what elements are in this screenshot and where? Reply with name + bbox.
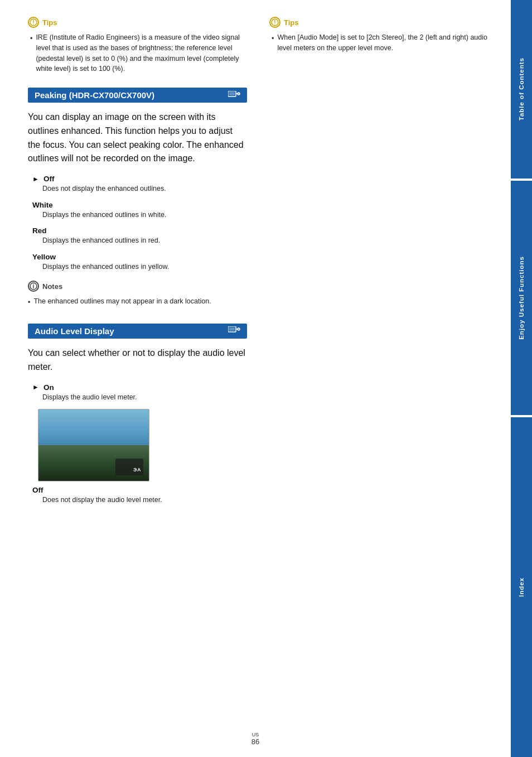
tips-icon-right: !: [269, 17, 280, 28]
tips-text-right: When [Audio Mode] is set to [2ch Stereo]…: [277, 32, 489, 54]
option-off-label: Off: [43, 175, 55, 183]
peaking-header: Peaking (HDR-CX700/CX700V): [28, 88, 247, 103]
toc-label: Table of Contents: [518, 57, 525, 120]
audio-option-off: Off Does not display the audio level met…: [28, 486, 247, 505]
audio-header: Audio Level Display: [28, 324, 247, 339]
peaking-icon: [228, 91, 240, 100]
tips-bullet-left: • IRE (Institute of Radio Engineers) is …: [30, 32, 247, 74]
audio-option-off-label: Off: [32, 486, 43, 494]
svg-rect-10: [229, 327, 235, 331]
enjoy-label: Enjoy Useful Functions: [518, 256, 525, 340]
option-white-label: White: [32, 201, 53, 209]
option-white: White Displays the enhanced outlines in …: [28, 201, 247, 220]
option-red: Red Displays the enhanced outlines in re…: [28, 226, 247, 246]
bullet-dot: •: [30, 33, 32, 74]
option-off: ► Off Does not display the enhanced outl…: [28, 175, 247, 194]
audio-icon: [228, 326, 240, 335]
option-yellow-desc: Displays the enhanced outlines in yellow…: [32, 262, 247, 272]
main-content: ! Tips • IRE (Institute of Radio Enginee…: [0, 0, 511, 757]
arrow-on: ►: [32, 383, 39, 391]
sidebar-tab-enjoy[interactable]: Enjoy Useful Functions: [511, 181, 532, 415]
tips-content-right: • When [Audio Mode] is set to [2ch Stere…: [269, 32, 489, 54]
tips-icon-left: !: [28, 17, 39, 28]
sidebar-tab-toc[interactable]: Table of Contents: [511, 0, 532, 179]
sidebar-tab-index[interactable]: Index: [511, 417, 532, 757]
tips-label-right: Tips: [284, 18, 299, 27]
svg-text:!: !: [32, 20, 34, 26]
audio-body: You can select whether or not to display…: [28, 346, 247, 374]
overlay-text: ЭА: [133, 467, 141, 473]
notes-bullet-dot: •: [28, 297, 30, 308]
option-red-desc: Displays the enhanced outlines in red.: [32, 236, 247, 246]
svg-text:!: !: [274, 20, 275, 26]
notes-bullet: • The enhanced outlines may not appear i…: [28, 296, 247, 308]
svg-point-6: [238, 93, 239, 94]
arrow-off: ►: [32, 175, 39, 183]
notes-label: Notes: [42, 282, 62, 291]
audio-option-off-desc: Does not display the audio level meter.: [32, 495, 247, 505]
page-num: 86: [252, 737, 259, 746]
tips-header-left: ! Tips: [28, 17, 247, 28]
notes-icon: i: [28, 281, 39, 292]
option-yellow-label: Yellow: [32, 253, 56, 261]
peaking-body: You can display an image on the screen w…: [28, 110, 247, 166]
tips-bullet-right: • When [Audio Mode] is set to [2ch Stere…: [272, 32, 489, 54]
tips-content-left: • IRE (Institute of Radio Engineers) is …: [28, 32, 247, 74]
tips-text-left: IRE (Institute of Radio Engineers) is a …: [36, 32, 247, 74]
option-off-desc: Does not display the enhanced outlines.: [32, 184, 247, 194]
tips-header-right: ! Tips: [269, 17, 489, 28]
option-white-desc: Displays the enhanced outlines in white.: [32, 210, 247, 220]
two-col-section: ! Tips • IRE (Institute of Radio Enginee…: [28, 17, 489, 512]
notes-text: The enhanced outlines may not appear in …: [33, 296, 211, 308]
option-white-title: White: [32, 201, 247, 209]
audio-option-on: ► On Displays the audio level meter.: [28, 383, 247, 403]
peaking-title: Peaking (HDR-CX700/CX700V): [35, 90, 154, 100]
option-off-title: ► Off: [32, 175, 247, 183]
peaking-section: Peaking (HDR-CX700/CX700V): [28, 88, 247, 308]
svg-rect-3: [229, 92, 235, 95]
bullet-dot-right: •: [272, 33, 274, 54]
left-column: ! Tips • IRE (Institute of Radio Enginee…: [28, 17, 247, 512]
svg-text:i: i: [33, 283, 35, 290]
audio-option-on-title: ► On: [32, 383, 247, 392]
img-overlay: ЭА: [133, 467, 141, 473]
option-yellow-title: Yellow: [32, 253, 247, 261]
sidebar: Table of Contents Enjoy Useful Functions…: [511, 0, 532, 757]
audio-title: Audio Level Display: [35, 326, 114, 336]
tips-label-left: Tips: [42, 18, 57, 27]
page-container: ! Tips • IRE (Institute of Radio Enginee…: [0, 0, 532, 757]
page-number: US 86: [252, 732, 259, 746]
audio-option-on-label: On: [43, 383, 54, 392]
option-red-label: Red: [32, 226, 47, 235]
wireless-icon: [228, 91, 240, 100]
index-label: Index: [518, 577, 525, 597]
svg-point-13: [238, 329, 239, 330]
audio-option-on-desc: Displays the audio level meter.: [32, 393, 247, 403]
right-column: ! Tips • When [Audio Mode] is set to [2c…: [269, 17, 489, 512]
option-yellow: Yellow Displays the enhanced outlines in…: [28, 253, 247, 272]
us-label: US: [252, 732, 259, 737]
notes-header: i Notes: [28, 281, 247, 292]
audio-wireless-icon: [228, 326, 240, 335]
notes-content: • The enhanced outlines may not appear i…: [28, 296, 247, 308]
audio-option-off-title: Off: [32, 486, 247, 494]
audio-section: Audio Level Display You can select wh: [28, 324, 247, 505]
audio-screenshot: ЭА: [38, 409, 149, 481]
option-red-title: Red: [32, 226, 247, 235]
